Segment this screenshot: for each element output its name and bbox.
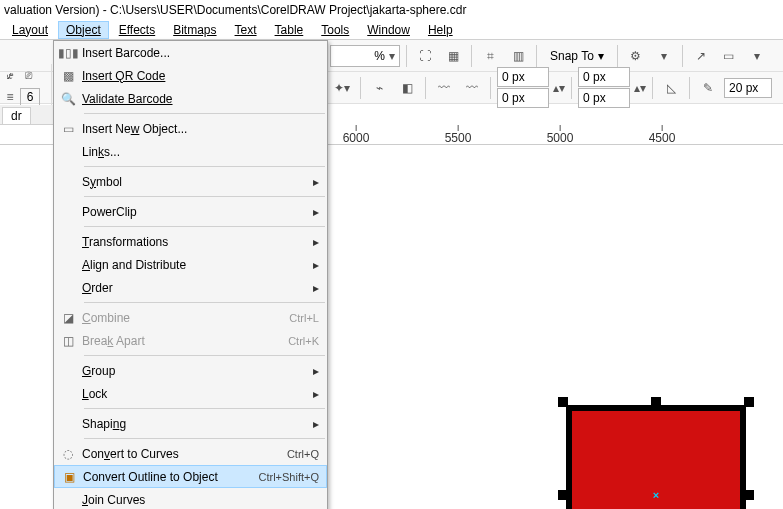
- menu-text[interactable]: Text: [227, 21, 265, 39]
- tool2-icon[interactable]: ◧: [395, 76, 419, 100]
- menu-insert-barcode[interactable]: ▮▯▮ Insert Barcode...: [54, 41, 327, 64]
- separator: [84, 408, 325, 409]
- break-icon: ◫: [54, 334, 82, 348]
- menu-window[interactable]: Window: [359, 21, 418, 39]
- title-text: valuation Version) - C:\Users\USER\Docum…: [4, 3, 466, 17]
- stepper-icon[interactable]: ▴▾: [553, 76, 565, 100]
- dropdown-arrow-icon[interactable]: ▾: [652, 44, 676, 68]
- snap-toggle-icon[interactable]: ⌗: [478, 44, 502, 68]
- guides-icon[interactable]: ▥: [506, 44, 530, 68]
- outline-obj-icon: ▣: [55, 470, 83, 484]
- menu-symbol[interactable]: Symbol ▸: [54, 170, 327, 193]
- selected-rectangle[interactable]: ×: [558, 397, 754, 509]
- app-switch-icon[interactable]: ▭: [717, 44, 741, 68]
- chevron-down-icon: ▾: [389, 49, 395, 63]
- offset-x-field[interactable]: 0 px: [497, 67, 549, 87]
- menu-effects[interactable]: Effects: [111, 21, 163, 39]
- separator: [84, 226, 325, 227]
- menu-lock[interactable]: Lock ▸: [54, 382, 327, 405]
- separator: [490, 77, 491, 99]
- options-icon[interactable]: ⚙: [624, 44, 648, 68]
- separator: [471, 45, 472, 67]
- resize-handle-tr[interactable]: [744, 397, 754, 407]
- curve-tool-icon[interactable]: 〰: [432, 76, 456, 100]
- separator: [406, 45, 407, 67]
- snap-to-dropdown[interactable]: Snap To ▾: [543, 44, 611, 68]
- zoom-combo[interactable]: % ▾: [330, 45, 400, 67]
- qr-icon: ▩: [54, 69, 82, 83]
- menu-help[interactable]: Help: [420, 21, 461, 39]
- resize-handle-l[interactable]: [558, 490, 568, 500]
- pen-icon[interactable]: ✎: [696, 76, 720, 100]
- offset-y-field[interactable]: 0 px: [497, 88, 549, 108]
- separator: [425, 77, 426, 99]
- size-w-field[interactable]: 0 px: [578, 67, 630, 87]
- menu-align-distribute[interactable]: Align and Distribute ▸: [54, 253, 327, 276]
- menu-convert-outline-to-object[interactable]: ▣ Convert Outline to Object Ctrl+Shift+Q: [54, 465, 327, 488]
- separator: [84, 355, 325, 356]
- menu-insert-new-object[interactable]: ▭ Insert New Object...: [54, 117, 327, 140]
- object-menu-dropdown: ▮▯▮ Insert Barcode... ▩ Insert QR Code 🔍…: [53, 40, 328, 509]
- barcode-icon: ▮▯▮: [54, 46, 82, 60]
- ole-icon: ▭: [54, 122, 82, 136]
- menu-combine: ◪ Combine Ctrl+L: [54, 306, 327, 329]
- menu-insert-qr[interactable]: ▩ Insert QR Code: [54, 64, 327, 87]
- submenu-arrow-icon: ▸: [305, 387, 319, 401]
- menu-bar: Layout Object Effects Bitmaps Text Table…: [0, 20, 783, 40]
- menu-object[interactable]: Object: [58, 21, 109, 39]
- document-tabs: dr: [0, 105, 54, 125]
- row-icon: ≡: [2, 89, 18, 105]
- presets-icon[interactable]: ✦▾: [330, 76, 354, 100]
- menu-links[interactable]: Links...: [54, 140, 327, 163]
- preview-icon[interactable]: ▦: [441, 44, 465, 68]
- menu-group[interactable]: Group ▸: [54, 359, 327, 382]
- launch-icon[interactable]: ↗: [689, 44, 713, 68]
- chevron-down-icon: ▾: [598, 49, 604, 63]
- separator: [652, 77, 653, 99]
- resize-handle-t[interactable]: [651, 397, 661, 407]
- submenu-arrow-icon: ▸: [305, 175, 319, 189]
- curves-icon: ◌: [54, 447, 82, 461]
- resize-handle-r[interactable]: [744, 490, 754, 500]
- separator: [84, 113, 325, 114]
- menu-shaping[interactable]: Shaping ▸: [54, 412, 327, 435]
- validate-icon: 🔍: [54, 92, 82, 106]
- outline-width-field[interactable]: 20 px: [724, 78, 772, 98]
- num-field[interactable]: 6: [20, 88, 40, 106]
- x-icon: ⸙: [2, 67, 18, 83]
- submenu-arrow-icon: ▸: [305, 258, 319, 272]
- menu-break-apart: ◫ Break Apart Ctrl+K: [54, 329, 327, 352]
- menu-powerclip[interactable]: PowerClip ▸: [54, 200, 327, 223]
- zoom-unit: %: [374, 49, 385, 63]
- separator: [617, 45, 618, 67]
- menu-validate-barcode[interactable]: 🔍 Validate Barcode: [54, 87, 327, 110]
- document-tab[interactable]: dr: [2, 107, 31, 124]
- tool1-icon[interactable]: ⌁: [367, 76, 391, 100]
- submenu-arrow-icon: ▸: [305, 417, 319, 431]
- separator: [84, 438, 325, 439]
- curve-tool2-icon[interactable]: 〰: [460, 76, 484, 100]
- dropdown-arrow-icon[interactable]: ▾: [745, 44, 769, 68]
- menu-transformations[interactable]: Transformations ▸: [54, 230, 327, 253]
- separator: [84, 302, 325, 303]
- menu-table[interactable]: Table: [267, 21, 312, 39]
- ruler-ticks: 6000 5500 5000 4500: [330, 125, 783, 144]
- resize-handle-tl[interactable]: [558, 397, 568, 407]
- stepper-icon[interactable]: ▴▾: [634, 76, 646, 100]
- separator: [682, 45, 683, 67]
- menu-bitmaps[interactable]: Bitmaps: [165, 21, 224, 39]
- submenu-arrow-icon: ▸: [305, 205, 319, 219]
- separator: [360, 77, 361, 99]
- menu-tools[interactable]: Tools: [313, 21, 357, 39]
- lock-icon[interactable]: ⎚: [20, 67, 36, 83]
- size-h-field[interactable]: 0 px: [578, 88, 630, 108]
- corner-style-icon[interactable]: ◺: [659, 76, 683, 100]
- title-bar: valuation Version) - C:\Users\USER\Docum…: [0, 0, 783, 20]
- menu-layout[interactable]: Layout: [4, 21, 56, 39]
- menu-convert-to-curves[interactable]: ◌ Convert to Curves Ctrl+Q: [54, 442, 327, 465]
- submenu-arrow-icon: ▸: [305, 235, 319, 249]
- fullscreen-icon[interactable]: ⛶: [413, 44, 437, 68]
- menu-order[interactable]: Order ▸: [54, 276, 327, 299]
- separator: [571, 77, 572, 99]
- menu-join-curves[interactable]: Join Curves: [54, 488, 327, 509]
